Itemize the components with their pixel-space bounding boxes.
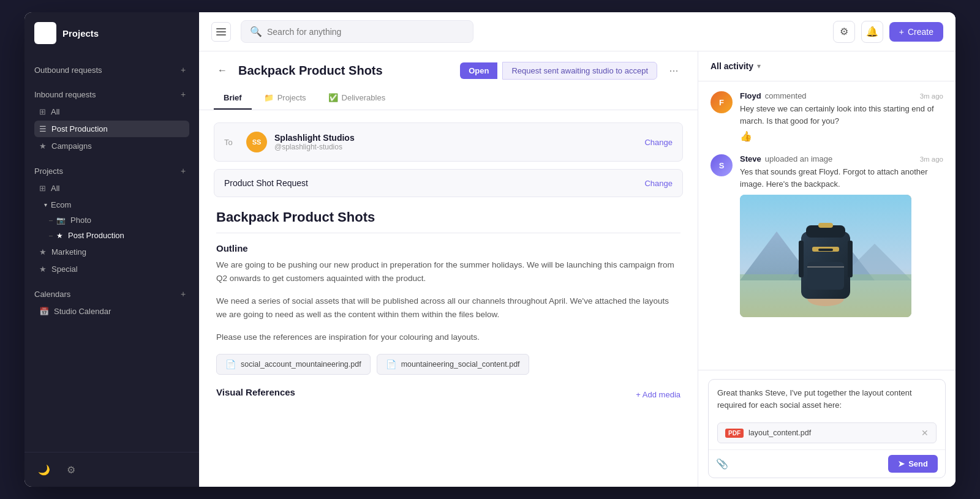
inbound-requests-header[interactable]: Inbound requests +: [34, 86, 189, 103]
attachment-name: layout_content.pdf: [748, 429, 916, 437]
post-production-sub-label: Post Production: [68, 231, 124, 240]
special-icon: ★: [39, 265, 47, 274]
brief-body: To SS Splashlight Studios @splashlight-s…: [199, 110, 698, 487]
calendars-header[interactable]: Calendars +: [34, 285, 189, 302]
inbound-requests-label: Inbound requests: [34, 90, 96, 99]
app-window: Projects Outbound requests + Inbound req…: [24, 12, 956, 487]
calendars-label: Calendars: [34, 290, 70, 299]
doc-icon: ☰: [39, 124, 47, 133]
steve-text: Yes that sounds great Floyd. Forgot to a…: [740, 166, 943, 190]
main-content: 🔍 ⚙ 🔔 + Create ← Backpack Product Sho: [199, 12, 956, 487]
projects-label: Projects: [34, 167, 63, 176]
dark-mode-button[interactable]: 🌙: [34, 460, 54, 479]
outbound-section: Outbound requests +: [24, 56, 199, 81]
activity-header: All activity ▾: [698, 51, 956, 81]
calendars-add-icon[interactable]: +: [177, 288, 189, 300]
send-icon: ➤: [898, 459, 905, 468]
file-chip-2[interactable]: 📄 mountaineering_social_content.pdf: [377, 354, 529, 375]
outbound-add-icon[interactable]: +: [177, 64, 189, 76]
activity-meta-steve: Steve uploaded an image 3m ago: [740, 154, 943, 163]
pdf-badge: PDF: [725, 429, 744, 438]
inbound-add-icon[interactable]: +: [177, 88, 189, 100]
change-studio-button[interactable]: Change: [644, 138, 673, 147]
more-options-button[interactable]: ···: [665, 61, 683, 80]
sidebar-item-all-inbound[interactable]: ⊞ All: [34, 103, 189, 120]
outline-text-2: We need a series of social assets that w…: [216, 295, 680, 321]
settings-button[interactable]: ⚙: [61, 460, 81, 479]
sidebar-nav: Outbound requests + Inbound requests + ⊞…: [24, 49, 199, 452]
sidebar-item-special[interactable]: ★ Special: [34, 261, 189, 277]
settings-icon-button[interactable]: ⚙: [833, 21, 855, 43]
sidebar-item-all-projects[interactable]: ⊞ All: [34, 180, 189, 197]
subject-text: Product Shot Request: [224, 178, 637, 188]
sidebar-item-marketing[interactable]: ★ Marketing: [34, 244, 189, 260]
search-box[interactable]: 🔍: [241, 20, 473, 43]
tab-brief-label: Brief: [224, 93, 242, 102]
calendar-icon: 📅: [39, 307, 49, 316]
status-open-badge: Open: [460, 62, 497, 79]
tab-projects-icon: 📁: [264, 93, 274, 102]
tab-projects-label: Projects: [277, 93, 306, 102]
studio-handle: @splashlight-studios: [274, 143, 637, 151]
floyd-text: Hey steve we can certainly look into thi…: [740, 103, 943, 127]
activity-chevron-icon[interactable]: ▾: [757, 62, 761, 70]
ecom-label: Ecom: [51, 200, 71, 209]
sidebar-item-studio-calendar[interactable]: 📅 Studio Calendar: [34, 303, 189, 320]
like-button-floyd[interactable]: 👍: [740, 131, 752, 141]
send-button[interactable]: ➤ Send: [888, 455, 938, 473]
all-projects-label: All: [51, 184, 59, 193]
search-input[interactable]: [267, 27, 464, 37]
sidebar-item-post-production-sub[interactable]: ★ Post Production: [39, 228, 189, 243]
projects-add-icon[interactable]: +: [177, 165, 189, 177]
app-logo: [34, 22, 56, 44]
studio-info: Splashlight Studios @splashlight-studios: [274, 133, 637, 151]
change-subject-button[interactable]: Change: [644, 179, 673, 188]
sidebar-item-campaigns[interactable]: ★ Campaigns: [34, 138, 189, 154]
file-name-2: mountaineering_social_content.pdf: [401, 360, 520, 369]
projects-header[interactable]: Projects +: [34, 162, 189, 179]
brief-tabs: Brief 📁 Projects ✅ Deliverables: [214, 87, 683, 110]
outline-title: Outline: [216, 243, 680, 253]
svg-rect-1: [216, 31, 226, 32]
tab-deliverables-icon: ✅: [328, 93, 338, 102]
tab-deliverables[interactable]: ✅ Deliverables: [318, 87, 396, 110]
sidebar-item-photo[interactable]: 📷 Photo: [39, 212, 189, 228]
back-button[interactable]: ←: [214, 62, 231, 79]
svg-rect-16: [848, 241, 853, 277]
brief-files: 📄 social_account_mountaineering.pdf 📄 mo…: [216, 354, 680, 375]
attach-file-button[interactable]: 📎: [716, 458, 728, 470]
steve-action: uploaded an image: [765, 154, 833, 163]
brief-title: Backpack Product Shots: [238, 64, 453, 78]
avatar-steve: S: [710, 154, 733, 176]
outbound-requests-header[interactable]: Outbound requests +: [34, 61, 189, 78]
svg-rect-0: [216, 28, 226, 29]
studio-name: Splashlight Studios: [274, 133, 637, 143]
outline-text-3: Please use the references are inspiratio…: [216, 331, 680, 344]
create-button[interactable]: + Create: [889, 22, 943, 42]
add-media-button[interactable]: + Add media: [636, 390, 680, 399]
sidebar-top: Projects: [24, 12, 199, 49]
activity-title: All activity: [710, 61, 753, 71]
file-name-1: social_account_mountaineering.pdf: [241, 360, 361, 369]
studio-avatar: SS: [246, 132, 267, 152]
activity-content-floyd: Floyd commented 3m ago Hey steve we can …: [740, 91, 943, 142]
sidebar-toggle-button[interactable]: [211, 22, 231, 42]
file-chip-1[interactable]: 📄 social_account_mountaineering.pdf: [216, 354, 371, 375]
grid-icon: ⊞: [39, 107, 46, 116]
floyd-action: commented: [765, 91, 807, 100]
brief-status-group: Open Request sent awaiting studio to acc…: [460, 62, 657, 80]
notifications-icon-button[interactable]: 🔔: [861, 21, 883, 43]
ecom-toggle[interactable]: ▾ Ecom: [39, 197, 189, 212]
sidebar-item-post-production-inbound[interactable]: ☰ Post Production: [34, 121, 189, 137]
tab-projects[interactable]: 📁 Projects: [254, 87, 316, 110]
compose-text[interactable]: Great thanks Steve, I've put together th…: [709, 380, 945, 422]
grid-all-icon: ⊞: [39, 184, 46, 193]
photo-icon: 📷: [56, 216, 66, 225]
floyd-time: 3m ago: [920, 92, 943, 100]
tab-brief[interactable]: Brief: [214, 87, 252, 110]
calendars-section: Calendars + 📅 Studio Calendar: [24, 280, 199, 323]
photo-label: Photo: [70, 216, 91, 225]
brief-area: ← Backpack Product Shots Open Request se…: [199, 51, 698, 487]
remove-attachment-button[interactable]: ✕: [921, 428, 929, 438]
brief-title-row: ← Backpack Product Shots Open Request se…: [214, 61, 683, 80]
